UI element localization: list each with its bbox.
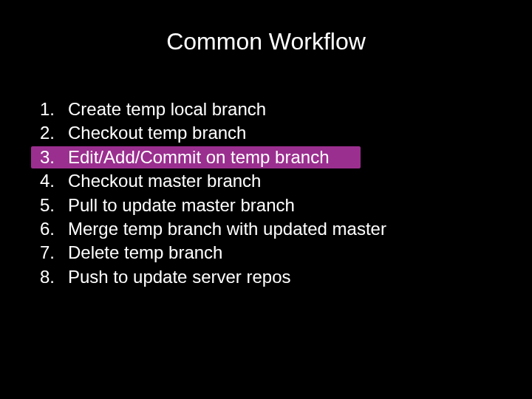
item-text: Merge temp branch with updated master (55, 217, 386, 241)
item-text: Edit/Add/Commit on temp branch (55, 146, 330, 169)
item-text: Pull to update master branch (55, 194, 295, 217)
item-number: 7. (31, 241, 55, 265)
list-item: 7. Delete temp branch (31, 241, 489, 265)
list-item: 2. Checkout temp branch (31, 121, 489, 145)
list-item: 1. Create temp local branch (31, 98, 489, 121)
workflow-list: 1. Create temp local branch 2. Checkout … (31, 98, 489, 289)
item-text: Delete temp branch (55, 241, 222, 265)
list-item: 3. Edit/Add/Commit on temp branch (31, 146, 489, 169)
item-text: Create temp local branch (55, 98, 266, 121)
slide-title: Common Workflow (0, 28, 532, 55)
item-number: 5. (31, 194, 55, 217)
list-item: 6. Merge temp branch with updated master (31, 217, 489, 241)
item-number: 3. (31, 146, 55, 169)
item-number: 8. (31, 265, 55, 289)
item-number: 4. (31, 169, 55, 193)
list-item: 4. Checkout master branch (31, 169, 489, 193)
slide: Common Workflow 1. Create temp local bra… (0, 0, 532, 399)
item-number: 1. (31, 98, 55, 121)
item-number: 2. (31, 121, 55, 145)
list-item: 8. Push to update server repos (31, 265, 489, 289)
item-number: 6. (31, 217, 55, 241)
item-text: Checkout master branch (55, 169, 261, 193)
item-text: Push to update server repos (55, 265, 291, 289)
list-item: 5. Pull to update master branch (31, 194, 489, 217)
item-text: Checkout temp branch (55, 121, 246, 145)
